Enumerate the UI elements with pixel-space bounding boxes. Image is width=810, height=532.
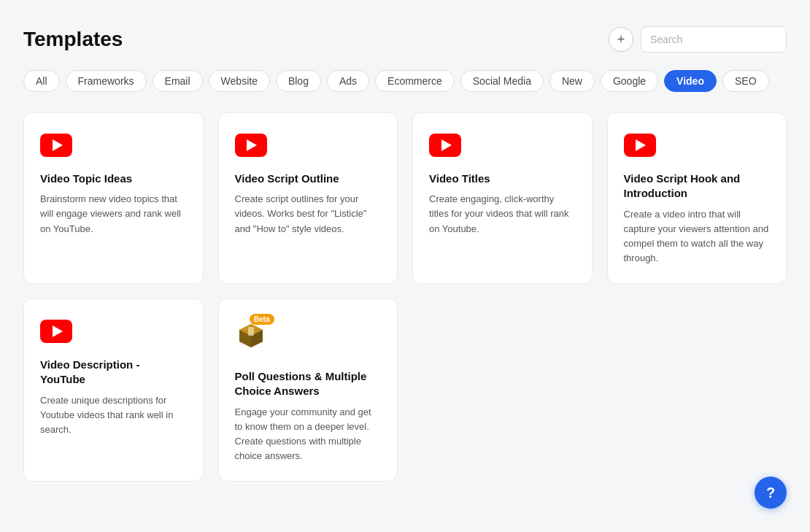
page-title: Templates: [23, 28, 123, 51]
tabs-bar: AllFrameworksEmailWebsiteBlogAdsEcommerc…: [23, 70, 787, 92]
card-title: Poll Questions & Multiple Choice Answers: [235, 369, 382, 399]
template-card[interactable]: Video Topic IdeasBrainstorm new video to…: [23, 112, 204, 284]
card-title: Video Script Hook and Introduction: [624, 171, 771, 201]
tab-google[interactable]: Google: [601, 70, 658, 92]
search-input[interactable]: [641, 26, 787, 53]
tab-website[interactable]: Website: [209, 70, 270, 92]
tab-video[interactable]: Video: [664, 70, 717, 92]
template-card[interactable]: Video TitlesCreate engaging, click-worth…: [412, 112, 593, 284]
youtube-icon: [40, 320, 72, 343]
card-placeholder: [412, 298, 593, 482]
help-button[interactable]: ?: [755, 477, 787, 509]
tab-blog[interactable]: Blog: [276, 70, 321, 92]
tab-ecommerce[interactable]: Ecommerce: [375, 70, 455, 92]
beta-badge: Beta: [250, 314, 274, 325]
card-placeholder: [607, 298, 787, 482]
svg-rect-4: [248, 327, 254, 336]
cards-row1: Video Topic IdeasBrainstorm new video to…: [23, 112, 787, 284]
template-card[interactable]: BetaPoll Questions & Multiple Choice Ans…: [218, 298, 398, 482]
card-description: Brainstorm new video topics that will en…: [40, 192, 187, 236]
card-title: Video Script Outline: [235, 171, 382, 186]
tab-frameworks[interactable]: Frameworks: [66, 70, 147, 92]
card-description: Create a video intro that will capture y…: [624, 207, 771, 266]
youtube-icon: [429, 134, 461, 157]
box-icon: Beta: [235, 320, 267, 355]
youtube-icon: [624, 134, 656, 157]
youtube-icon: [40, 134, 72, 157]
card-description: Create engaging, click-worthy titles for…: [429, 192, 576, 236]
card-title: Video Topic Ideas: [40, 171, 187, 186]
tab-all[interactable]: All: [23, 70, 60, 92]
card-description: Create script outlines for your videos. …: [235, 192, 382, 236]
card-description: Engage your community and get to know th…: [235, 405, 382, 464]
tab-new[interactable]: New: [549, 70, 595, 92]
tab-social-media[interactable]: Social Media: [460, 70, 544, 92]
header-actions: +: [609, 26, 787, 53]
page-header: Templates +: [23, 26, 787, 53]
tab-seo[interactable]: SEO: [722, 70, 769, 92]
youtube-icon: [235, 134, 267, 157]
cards-row2: Video Description - YouTubeCreate unique…: [23, 298, 787, 482]
template-card[interactable]: Video Script OutlineCreate script outlin…: [218, 112, 398, 284]
tab-ads[interactable]: Ads: [327, 70, 369, 92]
card-title: Video Description - YouTube: [40, 358, 187, 388]
card-description: Create unique descriptions for Youtube v…: [40, 393, 187, 437]
template-card[interactable]: Video Description - YouTubeCreate unique…: [23, 298, 204, 482]
add-button[interactable]: +: [609, 27, 633, 52]
card-title: Video Titles: [429, 171, 576, 186]
tab-email[interactable]: Email: [153, 70, 203, 92]
template-card[interactable]: Video Script Hook and IntroductionCreate…: [607, 112, 787, 284]
